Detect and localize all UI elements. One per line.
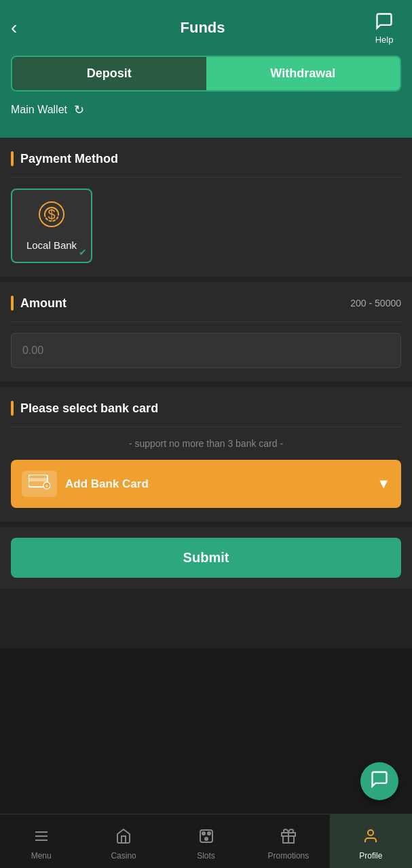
promotions-icon [280,828,297,848]
nav-label-profile: Profile [359,851,382,861]
amount-divider [11,321,401,322]
casino-icon [115,828,132,848]
bank-card-icon: + [22,471,57,497]
dropdown-arrow-icon: ▼ [377,476,390,492]
amount-section: Amount 200 - 50000 [0,282,412,382]
payment-card-local-bank[interactable]: $ Local Bank ✔ [11,189,92,263]
local-bank-label: Local Bank [26,239,77,251]
amount-title: Amount [11,296,67,311]
amount-input[interactable] [11,333,401,368]
payment-method-title: Payment Method [11,151,401,166]
svg-rect-3 [29,478,48,481]
local-bank-icon: $ [38,201,65,234]
page-title: Funds [38,19,367,37]
bank-card-section: Please select bank card - support no mor… [0,387,412,521]
nav-label-promotions: Promotions [268,851,310,861]
help-button[interactable]: Help [367,12,401,45]
svg-point-15 [368,830,373,835]
bank-card-title: Please select bank card [11,401,401,416]
nav-item-menu[interactable]: Menu [0,814,82,868]
help-label: Help [375,35,394,45]
main-content: Payment Method $ Local Bank ✔ Amount [0,138,412,648]
svg-text:$: $ [48,207,55,222]
slots-icon [198,828,214,848]
support-text: - support no more than 3 bank card - [11,438,401,449]
help-chat-icon [375,12,394,35]
menu-icon [33,828,50,848]
submit-button[interactable]: Submit [11,538,401,578]
nav-item-casino[interactable]: Casino [82,814,164,868]
add-bank-card-button[interactable]: + Add Bank Card ▼ [11,460,401,508]
bank-card-divider [11,427,401,427]
header: ‹ Funds Help [0,0,412,47]
nav-item-promotions[interactable]: Promotions [247,814,329,868]
svg-point-12 [205,837,208,840]
submit-section: Submit [0,527,412,589]
chat-fab-icon [370,770,389,793]
tab-container: Deposit Withdrawal [0,47,412,92]
wallet-section: Main Wallet ↻ [0,92,412,138]
bottom-spacer [0,594,412,648]
tab-deposit[interactable]: Deposit [12,57,206,90]
payment-methods-list: $ Local Bank ✔ [11,189,401,263]
tab-withdrawal[interactable]: Withdrawal [206,57,400,90]
svg-text:+: + [45,483,48,490]
amount-header: Amount 200 - 50000 [11,296,401,311]
divider [11,177,401,178]
nav-label-casino: Casino [111,851,136,861]
tab-switcher: Deposit Withdrawal [11,56,401,92]
payment-method-section: Payment Method $ Local Bank ✔ [0,138,412,277]
wallet-refresh-button[interactable]: ↻ [74,102,84,117]
amount-range: 200 - 50000 [350,298,401,309]
wallet-label: Main Wallet [11,104,67,116]
svg-point-11 [208,832,210,835]
profile-icon [362,828,379,848]
back-button[interactable]: ‹ [11,17,38,39]
svg-point-10 [202,832,205,835]
bottom-nav: Menu Casino Slots [0,814,412,868]
chat-fab-button[interactable] [360,762,398,800]
nav-item-slots[interactable]: Slots [165,814,247,868]
add-bank-label: Add Bank Card [65,477,149,491]
nav-label-slots: Slots [197,851,215,861]
selected-check-icon: ✔ [79,247,87,258]
nav-item-profile[interactable]: Profile [330,814,412,868]
add-bank-left: + Add Bank Card [22,471,149,497]
nav-label-menu: Menu [31,851,52,861]
